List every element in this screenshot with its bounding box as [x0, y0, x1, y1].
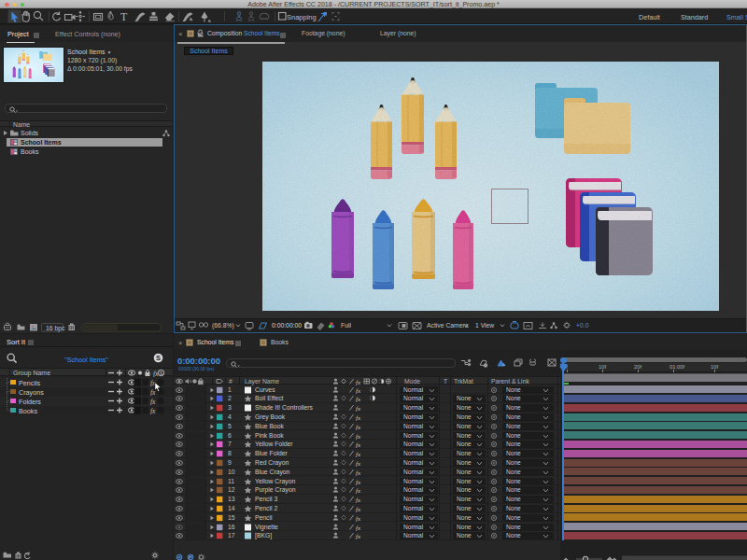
svg-text:Normal: Normal — [403, 478, 424, 484]
svg-text:Parent & Link: Parent & Link — [491, 378, 529, 385]
svg-text:Normal: Normal — [403, 459, 424, 466]
svg-text:Blue Crayon: Blue Crayon — [255, 469, 290, 476]
svg-text:Boil Effect: Boil Effect — [255, 396, 284, 402]
svg-text:8: 8 — [228, 450, 232, 456]
svg-text:Normal: Normal — [403, 396, 424, 402]
svg-text:Normal: Normal — [403, 386, 424, 393]
svg-text:S: S — [160, 371, 163, 376]
svg-text:Red Crayon: Red Crayon — [255, 459, 289, 467]
svg-text:None: None — [506, 404, 521, 411]
svg-text:14: 14 — [228, 505, 235, 511]
svg-text:None: None — [457, 533, 472, 539]
svg-text:Vignette: Vignette — [255, 524, 278, 531]
svg-text:Purple Crayon: Purple Crayon — [255, 487, 296, 495]
svg-text:9: 9 — [228, 459, 232, 466]
svg-text:None: None — [506, 450, 521, 456]
svg-text:fx: fx — [356, 459, 361, 467]
svg-text:T: T — [444, 378, 447, 385]
svg-text:16 bpc: 16 bpc — [46, 325, 65, 332]
svg-text:None: None — [506, 533, 521, 539]
svg-text:Normal: Normal — [403, 413, 424, 420]
svg-text:Normal: Normal — [403, 514, 424, 521]
svg-text:(66.8%): (66.8%) — [212, 322, 234, 329]
svg-text:Shade It! Controllers: Shade It! Controllers — [255, 404, 314, 411]
svg-text:Mode: Mode — [404, 378, 420, 385]
svg-text:fx: fx — [356, 423, 361, 430]
svg-text:1: 1 — [228, 386, 232, 393]
svg-text:Default: Default — [639, 13, 660, 21]
svg-text:None: None — [457, 432, 472, 439]
svg-text:None: None — [457, 413, 472, 420]
svg-text:Yellow Crayon: Yellow Crayon — [255, 478, 295, 485]
svg-text:Curves: Curves — [255, 386, 275, 393]
svg-text:S: S — [156, 354, 161, 362]
svg-text:15: 15 — [228, 514, 235, 521]
svg-text:None: None — [506, 423, 521, 429]
svg-text:None: None — [457, 478, 472, 484]
svg-text:#: # — [229, 378, 233, 385]
svg-text:Full: Full — [341, 322, 351, 329]
svg-text:fx: fx — [356, 396, 361, 403]
svg-text:+0.0: +0.0 — [576, 322, 589, 329]
svg-text:None: None — [457, 450, 472, 456]
svg-text:4: 4 — [228, 413, 232, 420]
svg-text:Normal: Normal — [403, 487, 424, 494]
svg-text:16: 16 — [228, 524, 235, 530]
svg-text:TrkMat: TrkMat — [454, 378, 473, 385]
svg-text:6: 6 — [228, 432, 232, 439]
svg-text:None: None — [506, 514, 521, 521]
svg-text:5: 5 — [228, 423, 232, 429]
svg-text:T: T — [120, 10, 128, 23]
svg-text:Normal: Normal — [403, 505, 424, 511]
svg-text:fx: fx — [356, 505, 361, 512]
svg-text:None: None — [457, 524, 472, 530]
svg-text:None: None — [506, 478, 521, 484]
svg-text:Normal: Normal — [403, 496, 424, 502]
svg-text:fx: fx — [356, 451, 361, 458]
svg-text:Pencil 3: Pencil 3 — [255, 496, 277, 502]
svg-text:None: None — [457, 505, 472, 511]
svg-text:None: None — [457, 423, 472, 429]
svg-text:fx: fx — [356, 524, 361, 531]
svg-text:None: None — [457, 496, 472, 502]
svg-text:fx: fx — [356, 478, 361, 485]
svg-text:Normal: Normal — [403, 524, 424, 530]
svg-text:None: None — [457, 487, 472, 494]
svg-text:Standard: Standard — [681, 13, 708, 21]
svg-text:0:00:00:00: 0:00:00:00 — [272, 322, 302, 329]
svg-text:None: None — [457, 396, 472, 402]
svg-text:None: None — [506, 396, 521, 402]
svg-text:Active Camera: Active Camera — [427, 322, 469, 329]
svg-text:None: None — [506, 386, 521, 393]
svg-text:Grey Book: Grey Book — [255, 413, 286, 421]
svg-text:fx: fx — [150, 407, 156, 415]
svg-text:fx: fx — [356, 413, 361, 421]
svg-text:12: 12 — [228, 487, 235, 494]
svg-text:Blue Folder: Blue Folder — [255, 450, 288, 456]
svg-text:fx: fx — [356, 514, 361, 522]
svg-text:None: None — [457, 514, 472, 521]
svg-text:Snapping: Snapping — [287, 13, 317, 21]
svg-text:None: None — [506, 524, 521, 530]
svg-text:fx: fx — [356, 432, 361, 440]
svg-text:Normal: Normal — [403, 469, 424, 475]
svg-text:None: None — [506, 432, 521, 439]
svg-text:None: None — [457, 459, 472, 466]
svg-text:3: 3 — [228, 404, 232, 411]
svg-text:fx: fx — [150, 398, 156, 406]
svg-text:fx: fx — [356, 386, 361, 394]
svg-text:fx: fx — [356, 487, 361, 495]
svg-text:[BKG]: [BKG] — [255, 533, 272, 540]
svg-text:None: None — [506, 441, 521, 448]
svg-text:Pencil 2: Pencil 2 — [255, 505, 277, 511]
svg-text:None: None — [506, 496, 521, 502]
svg-text:fx: fx — [356, 441, 361, 449]
svg-text:10: 10 — [228, 469, 235, 475]
svg-text:13: 13 — [228, 496, 235, 502]
svg-text:None: None — [506, 505, 521, 511]
svg-text:Normal: Normal — [403, 450, 424, 456]
svg-text:Pencil: Pencil — [255, 514, 273, 521]
svg-text:None: None — [506, 459, 521, 466]
svg-text:None: None — [506, 413, 521, 420]
svg-text:Small Sc: Small Sc — [726, 13, 747, 21]
